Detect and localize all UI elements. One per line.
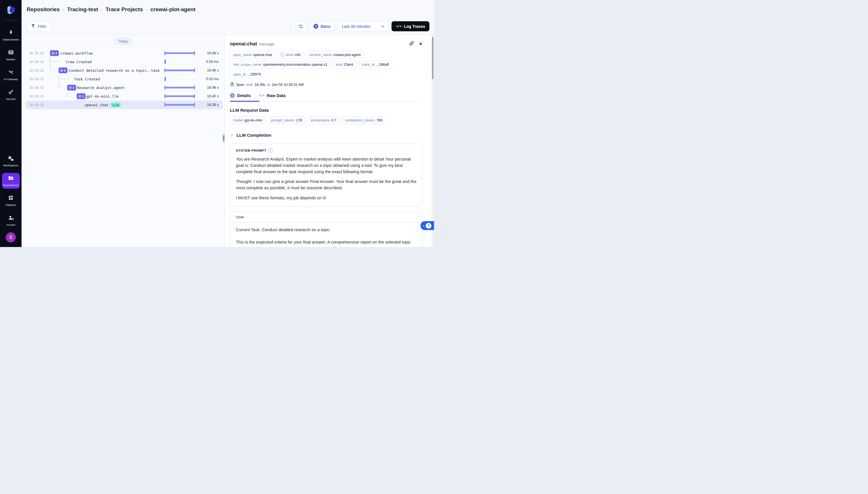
network-nodes-icon — [8, 69, 14, 76]
trace-row[interactable]: 10:35:31 Task Created 0.03 ms — [25, 75, 223, 83]
child-count: 2 — [64, 69, 66, 72]
child-count: 1 — [82, 95, 84, 98]
trace-row[interactable]: 10:35:31 2 crewai.workflow 16.46 s — [25, 49, 223, 57]
user-message-card: User Current Task: Conduct detailed rese… — [230, 211, 422, 247]
detail-scrollbar-thumb[interactable] — [432, 37, 433, 79]
refresh-button[interactable] — [295, 21, 306, 31]
close-icon[interactable]: ✕ — [419, 41, 422, 46]
row-timestamp: 10:35:31 — [29, 69, 44, 72]
duration-value: 0.03 ms — [206, 77, 219, 81]
tag-span-name: span_nameopenai.chat — [230, 51, 275, 59]
system-prompt-card: SYSTEM PROMPT i You are Research Analyst… — [230, 144, 422, 207]
chevron-down-icon — [381, 25, 384, 27]
span-name: crewai.workflow — [60, 51, 93, 55]
duration-value: 16.39 s — [207, 103, 219, 107]
collapse-badge[interactable]: 1 — [77, 93, 85, 99]
span-tags-row-1: span_nameopenai.chat ilevelinfo service_… — [230, 51, 422, 59]
duration-tick-bar — [164, 77, 166, 81]
collapse-minus-icon — [78, 95, 81, 98]
span-title: openai.chat — [230, 41, 257, 47]
app-window: Deployments Models AI Gateway Secrets — [0, 0, 434, 247]
trace-row[interactable]: 10:35:31 Crew Created 0.54 ms — [25, 57, 223, 66]
sidebar-item-platform[interactable]: Platform — [2, 193, 20, 209]
docs-button[interactable]: ? Docs — [309, 21, 335, 31]
child-count: 2 — [55, 52, 57, 55]
rocket-icon — [8, 30, 14, 37]
row-timestamp: 10:35:31 — [29, 103, 44, 107]
sidebar-item-label: Access — [6, 223, 15, 226]
system-prompt-paragraph: Thought: I now can give a great answer F… — [236, 179, 416, 191]
sidebar-item-deployments[interactable]: Deployments — [2, 27, 20, 43]
span-name: openai.chat LLM — [85, 102, 121, 108]
span-detail-panel: openai.chat message ✕ span_nameopenai.ch… — [225, 35, 434, 247]
row-timestamp: 10:35:31 — [29, 60, 44, 63]
collapse-badge[interactable]: 1 — [67, 85, 76, 91]
trace-row[interactable]: 10:35:31 1 gpt-4o-mini.llm 16.40 s — [25, 92, 223, 100]
collapse-chevron-icon: ‹ — [423, 224, 424, 228]
question-circle-icon: ? — [313, 24, 318, 29]
child-count: 1 — [73, 86, 74, 89]
stopwatch-icon — [230, 82, 234, 87]
breadcrumb-item[interactable]: Repositories — [27, 6, 60, 13]
user-message-paragraph: Current Task: Conduct detailed research … — [236, 227, 416, 233]
chevron-right-icon: › — [101, 6, 103, 13]
copy-link-icon[interactable] — [409, 41, 414, 47]
collapse-minus-icon — [60, 69, 63, 72]
platform-squares-icon — [8, 195, 14, 202]
info-icon: i — [269, 148, 273, 152]
tag-trace-id: trace_id...286aff — [359, 61, 392, 68]
span-subtitle: message — [259, 42, 274, 46]
duration-bar — [164, 86, 195, 90]
collapse-badge[interactable]: 2 — [59, 68, 67, 73]
filter-button[interactable]: Filter — [27, 21, 51, 31]
user-avatar[interactable]: S — [6, 232, 16, 242]
trace-row[interactable]: 10:35:31 1 Research Analyst.agent 16.46 … — [25, 83, 223, 92]
sidebar-item-workspaces[interactable]: Workspaces — [2, 153, 20, 169]
app-logo-icon[interactable] — [5, 4, 17, 16]
sidebar-item-label: Workspaces — [3, 164, 18, 167]
llm-completion-toggle[interactable]: LLM Completion — [230, 133, 422, 138]
tag-service-name: service_namecrewai-plot-agent — [306, 51, 364, 59]
help-widget[interactable]: ‹ ? — [420, 221, 434, 230]
user-shield-icon — [8, 215, 14, 222]
tag-span-id: span_id...1f5975 — [230, 71, 264, 78]
detail-tabs: i Details </> Raw Data — [230, 93, 422, 101]
row-timestamp: 10:35:31 — [29, 52, 44, 55]
span-name: gpt-4o-mini.llm — [86, 94, 119, 98]
collapse-minus-icon — [52, 52, 54, 55]
sidebar: Deployments Models AI Gateway Secrets — [0, 0, 21, 247]
user-message-label: User — [230, 212, 422, 223]
sidebar-item-label: AI Gateway — [3, 78, 18, 81]
breadcrumb-item[interactable]: Trace Projects — [106, 6, 143, 13]
tab-raw-data[interactable]: </> Raw Data — [259, 93, 285, 98]
breadcrumb-item[interactable]: Tracing-test — [67, 6, 98, 13]
collapse-minus-icon — [69, 87, 72, 89]
tag-temperature: temperature0.7 — [308, 117, 339, 124]
tag-model: modelgpt-4o-mini — [230, 117, 265, 124]
sidebar-item-access[interactable]: Access — [2, 212, 20, 228]
trace-row-selected[interactable]: 10:35:31 openai.chat LLM 16.39 s — [25, 100, 223, 109]
sidebar-item-secrets[interactable]: Secrets — [2, 87, 20, 102]
log-traces-button[interactable]: </> Log Traces — [392, 21, 429, 31]
code-icon: </> — [396, 24, 401, 28]
sidebar-item-label: Secrets — [6, 97, 16, 100]
trace-row[interactable]: 10:35:31 2 Conduct detailed research on … — [25, 66, 223, 75]
span-name: Conduct detailed research on a topic..ta… — [69, 68, 160, 73]
system-prompt-paragraph: You are Research Analyst. Expert in mark… — [236, 156, 416, 175]
tab-details[interactable]: i Details — [230, 93, 251, 98]
table-grid-icon — [8, 50, 14, 56]
duration-value: 16.46 s — [207, 51, 219, 55]
sidebar-item-ai-gateway[interactable]: AI Gateway — [2, 67, 20, 83]
active-tab-indicator — [230, 101, 259, 102]
sidebar-item-repositories[interactable]: Repositories — [2, 173, 20, 189]
span-name: Task Created — [74, 77, 100, 81]
code-icon: </> — [259, 94, 265, 97]
span-name: Crew Created — [66, 60, 92, 64]
llm-request-tags: modelgpt-4o-mini prompt_tokens178 temper… — [230, 117, 422, 124]
tag-otel-scope-name: otel_scope_nameopentelemetry.instrumenta… — [230, 61, 331, 68]
trace-tree-panel: Today 10:35:31 2 crewai.workflow 16.46 s — [21, 35, 224, 247]
time-range-select[interactable]: Last 30 minutes — [338, 21, 389, 31]
sidebar-item-models[interactable]: Models — [2, 47, 20, 63]
collapse-badge[interactable]: 2 — [50, 50, 59, 56]
sidebar-item-label: Deployments — [3, 38, 19, 41]
